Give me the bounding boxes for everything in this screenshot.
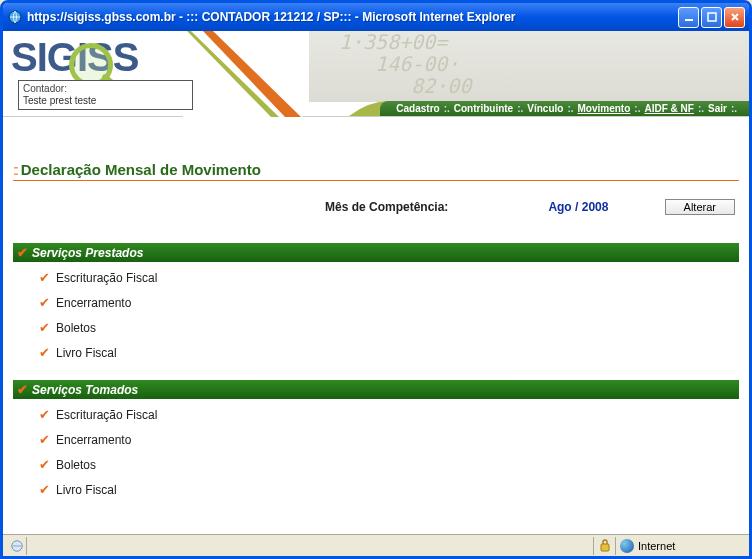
page-body: :: Declaração Mensal de Movimento Mês de… — [3, 117, 749, 534]
section-title: Serviços Prestados — [32, 246, 143, 260]
item-label: Encerramento — [56, 296, 131, 310]
app-window: https://sigiss.gbss.com.br - ::: CONTADO… — [0, 0, 752, 559]
item-label: Boletos — [56, 458, 96, 472]
lock-icon — [599, 538, 611, 554]
close-button[interactable] — [724, 7, 745, 28]
status-lock — [593, 537, 615, 555]
section-header: ✔Serviços Tomados — [13, 380, 739, 399]
nav-cadastro[interactable]: Cadastro — [396, 103, 439, 114]
svg-rect-4 — [601, 544, 609, 551]
competencia-label: Mês de Competência: — [325, 200, 448, 214]
window-controls — [678, 7, 745, 28]
sections-container: ✔Serviços Prestados✔Escrituração Fiscal✔… — [13, 243, 739, 497]
item-label: Escrituração Fiscal — [56, 271, 157, 285]
info-line1: Contador: — [23, 83, 188, 95]
nav-movimento[interactable]: Movimento — [578, 103, 631, 114]
nav-v-nculo[interactable]: Vínculo — [527, 103, 563, 114]
alterar-button[interactable]: Alterar — [665, 199, 735, 215]
window-title: https://sigiss.gbss.com.br - ::: CONTADO… — [27, 10, 678, 24]
check-icon: ✔ — [39, 345, 50, 360]
check-icon: ✔ — [17, 245, 28, 260]
list-item[interactable]: ✔Boletos — [39, 457, 739, 472]
item-label: Escrituração Fiscal — [56, 408, 157, 422]
zone-label: Internet — [638, 540, 675, 552]
list-item[interactable]: ✔Boletos — [39, 320, 739, 335]
check-icon: ✔ — [39, 270, 50, 285]
titlebar[interactable]: https://sigiss.gbss.com.br - ::: CONTADO… — [3, 3, 749, 31]
list-item[interactable]: ✔Escrituração Fiscal — [39, 407, 739, 422]
main-nav: Cadastro:.Contribuinte:.Vínculo:.Movimen… — [380, 101, 749, 116]
check-icon: ✔ — [39, 407, 50, 422]
check-icon: ✔ — [17, 382, 28, 397]
nav-sair[interactable]: Sair — [708, 103, 727, 114]
list-item[interactable]: ✔Livro Fiscal — [39, 345, 739, 360]
nav-separator: :. — [567, 103, 573, 114]
title-bullet-icon: :: — [13, 162, 17, 178]
maximize-button[interactable] — [701, 7, 722, 28]
item-label: Encerramento — [56, 433, 131, 447]
svg-rect-2 — [708, 13, 716, 21]
info-line2: Teste prest teste — [23, 95, 188, 107]
list-item[interactable]: ✔Escrituração Fiscal — [39, 270, 739, 285]
status-bar: Internet — [3, 534, 749, 556]
check-icon: ✔ — [39, 320, 50, 335]
item-label: Livro Fiscal — [56, 346, 117, 360]
nav-separator: :. — [698, 103, 704, 114]
list-item[interactable]: ✔Encerramento — [39, 295, 739, 310]
header-background-decor: 1·358+00= 146-00· 82·00 — [309, 31, 749, 102]
nav-separator: :. — [444, 103, 450, 114]
check-icon: ✔ — [39, 482, 50, 497]
status-ie-icon — [7, 537, 27, 555]
page-title-row: :: Declaração Mensal de Movimento — [13, 161, 739, 181]
minimize-button[interactable] — [678, 7, 699, 28]
check-icon: ✔ — [39, 432, 50, 447]
content-area: 1·358+00= 146-00· 82·00 SIGISS Cadastro:… — [3, 31, 749, 534]
globe-icon — [620, 539, 634, 553]
nav-contribuinte[interactable]: Contribuinte — [454, 103, 513, 114]
check-icon: ✔ — [39, 295, 50, 310]
svg-rect-1 — [685, 19, 693, 21]
section-title: Serviços Tomados — [32, 383, 138, 397]
item-list: ✔Escrituração Fiscal✔Encerramento✔Boleto… — [39, 270, 739, 360]
item-list: ✔Escrituração Fiscal✔Encerramento✔Boleto… — [39, 407, 739, 497]
list-item[interactable]: ✔Encerramento — [39, 432, 739, 447]
list-item[interactable]: ✔Livro Fiscal — [39, 482, 739, 497]
ie-icon — [7, 9, 23, 25]
check-icon: ✔ — [39, 457, 50, 472]
nav-separator: :. — [731, 103, 737, 114]
status-zone[interactable]: Internet — [615, 537, 745, 555]
item-label: Livro Fiscal — [56, 483, 117, 497]
contador-info-box: Contador: Teste prest teste — [18, 80, 193, 110]
logo: SIGISS — [11, 35, 138, 80]
nav-aidf-nf[interactable]: AIDF & NF — [644, 103, 693, 114]
competencia-value: Ago / 2008 — [548, 200, 608, 214]
nav-separator: :. — [634, 103, 640, 114]
nav-separator: :. — [517, 103, 523, 114]
item-label: Boletos — [56, 321, 96, 335]
section-header: ✔Serviços Prestados — [13, 243, 739, 262]
page-title: Declaração Mensal de Movimento — [21, 161, 261, 178]
competencia-row: Mês de Competência: Ago / 2008 Alterar — [13, 195, 739, 219]
